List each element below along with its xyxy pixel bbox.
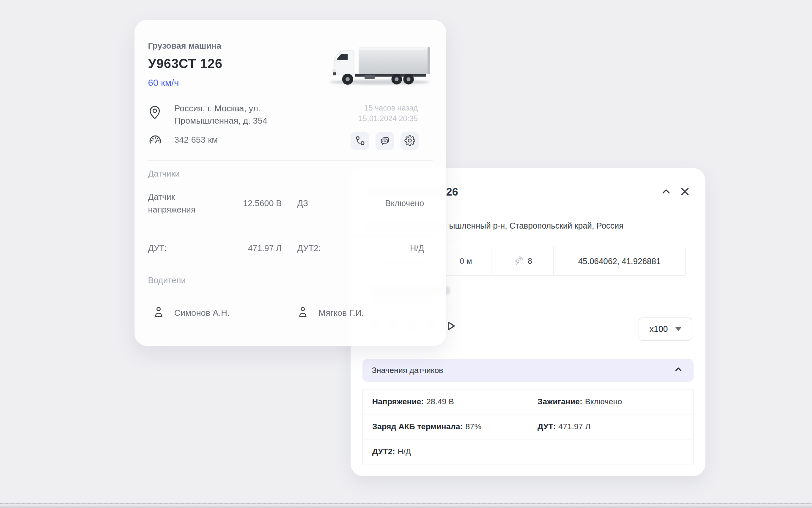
table-cell: ДУТ: 471.97 Л bbox=[528, 414, 693, 439]
sensor-label: ДУТ: bbox=[148, 242, 167, 254]
chevron-up-icon bbox=[673, 364, 683, 376]
sensor-value: 471.97 Л bbox=[218, 242, 282, 254]
sensor-value: Включено bbox=[346, 197, 424, 210]
divider bbox=[148, 235, 433, 235]
distance-cell: 0 м bbox=[441, 247, 491, 275]
sensor-values-header[interactable]: Значения датчиков bbox=[362, 359, 694, 382]
timestamp: 15.01.2024 20:35 bbox=[359, 113, 418, 124]
close-button[interactable] bbox=[678, 185, 692, 199]
chat-icon bbox=[379, 135, 390, 147]
sensor-value: 12.5600 В bbox=[218, 197, 282, 210]
odometer-gauge-icon bbox=[148, 133, 162, 149]
sensor-label: ДУТ2: bbox=[372, 447, 395, 456]
driver-name: Мягков Г.И. bbox=[318, 308, 364, 318]
table-cell: ДУТ2: Н/Д bbox=[363, 439, 528, 464]
playback-speed-dropdown[interactable]: x100 bbox=[639, 318, 692, 341]
bottom-edge-strip bbox=[0, 503, 812, 508]
route-button[interactable] bbox=[351, 132, 369, 150]
satellite-icon bbox=[513, 255, 524, 268]
driver-item: Симонов А.Н. bbox=[152, 305, 230, 320]
sensor-value: Н/Д bbox=[346, 242, 424, 254]
sensor-label: ДУТ2: bbox=[297, 242, 321, 254]
last-update-time: 15 часов назад 15.01.2024 20:35 bbox=[359, 103, 418, 124]
truck-image bbox=[326, 44, 431, 88]
sensor-label: Заряд АКБ терминала: bbox=[372, 422, 463, 431]
caret-down-icon bbox=[675, 327, 681, 331]
sensor-values-title: Значения датчиков bbox=[372, 366, 443, 375]
collapse-button[interactable] bbox=[659, 185, 673, 199]
sensor-value: Н/Д bbox=[398, 447, 411, 456]
sensor-value: Включено bbox=[585, 397, 622, 406]
table-cell: Заряд АКБ терминала: 87% bbox=[363, 414, 528, 439]
table-row: ДУТ2: Н/Д bbox=[363, 439, 693, 464]
table-cell bbox=[528, 439, 693, 464]
vehicle-address: Россия, г. Москва, ул. Промышленная, д. … bbox=[174, 102, 267, 127]
vehicle-info-card: Грузовая машина У963СТ 126 60 км/ч bbox=[134, 20, 446, 346]
sensor-label: Зажигание: bbox=[538, 397, 582, 406]
satellites-cell: 8 bbox=[491, 247, 554, 275]
sensors-section-title: Датчики bbox=[148, 169, 180, 179]
divider bbox=[289, 293, 289, 332]
sensor-values-table: Напряжение: 28.49 В Зажигание: Включено … bbox=[362, 389, 694, 464]
coordinates-value: 45.064062, 41.926881 bbox=[578, 257, 661, 266]
sensor-value: 471.97 Л bbox=[558, 422, 590, 431]
driver-item: Мягков Г.И. bbox=[296, 305, 364, 320]
close-icon bbox=[679, 186, 691, 199]
address-line-2: Промышленная, д. 354 bbox=[174, 114, 267, 127]
chat-button[interactable] bbox=[376, 132, 394, 150]
gear-icon bbox=[404, 135, 415, 147]
address-line-1: Россия, г. Москва, ул. bbox=[174, 102, 267, 114]
vehicle-type-label: Грузовая машина bbox=[148, 41, 221, 51]
sensor-label: ДЗ bbox=[297, 197, 308, 210]
table-row: Напряжение: 28.49 В Зажигание: Включено bbox=[363, 389, 693, 414]
speed-multiplier-value: x100 bbox=[650, 324, 668, 334]
time-ago: 15 часов назад bbox=[359, 103, 418, 113]
coordinates-cell: 45.064062, 41.926881 bbox=[554, 247, 685, 275]
divider bbox=[148, 98, 433, 98]
vehicle-speed: 60 км/ч bbox=[148, 77, 179, 88]
location-pin-icon bbox=[147, 104, 162, 122]
sensor-value: 28.49 В bbox=[426, 397, 454, 406]
person-icon bbox=[152, 305, 165, 320]
sensor-value: 87% bbox=[465, 422, 481, 431]
sensor-label: Напряжение: bbox=[372, 397, 424, 406]
drivers-section-title: Водители bbox=[148, 276, 186, 285]
driver-name: Симонов А.Н. bbox=[174, 308, 230, 318]
play-icon bbox=[444, 320, 456, 334]
card-title-fragment: 26 bbox=[446, 186, 458, 198]
sensor-label: Датчик напряжения bbox=[148, 190, 211, 216]
sensor-label: ДУТ: bbox=[538, 422, 556, 431]
address-fragment: ышленный р-н, Ставропольский край, Росси… bbox=[449, 221, 623, 231]
vehicle-plate-title: У963СТ 126 bbox=[148, 56, 222, 72]
satellites-count: 8 bbox=[528, 257, 532, 266]
table-cell: Зажигание: Включено bbox=[528, 389, 693, 414]
divider bbox=[148, 160, 433, 161]
table-cell: Напряжение: 28.49 В bbox=[363, 389, 528, 414]
person-icon bbox=[296, 305, 309, 320]
divider bbox=[289, 185, 289, 262]
distance-value: 0 м bbox=[460, 257, 472, 266]
route-icon bbox=[354, 135, 365, 147]
odometer-value: 342 653 км bbox=[174, 135, 218, 145]
table-row: Заряд АКБ терминала: 87% ДУТ: 471.97 Л bbox=[363, 414, 693, 439]
chevron-up-icon bbox=[661, 186, 672, 199]
settings-button[interactable] bbox=[401, 132, 419, 150]
